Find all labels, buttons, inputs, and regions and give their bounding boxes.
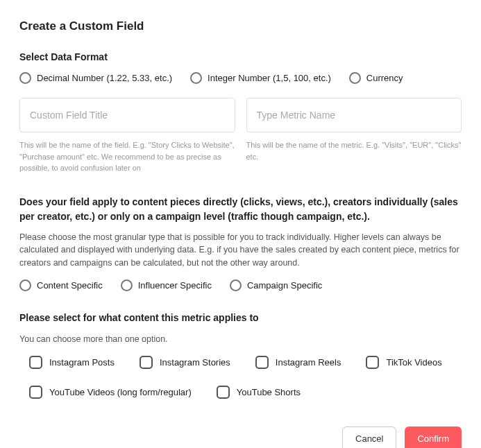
content-applies-grid: Instagram Posts Instagram Stories Instag… (19, 356, 462, 399)
checkbox-icon (217, 386, 230, 399)
field-title-input[interactable] (19, 98, 235, 132)
radio-icon (121, 279, 133, 291)
checkbox-icon (255, 356, 269, 369)
checkbox-instagram-posts[interactable]: Instagram Posts (29, 356, 115, 369)
checkbox-icon (140, 356, 153, 369)
field-title-col: This will be the name of the field. E.g.… (19, 98, 235, 174)
checkbox-instagram-stories[interactable]: Instagram Stories (140, 356, 230, 369)
checkbox-instagram-reels[interactable]: Instagram Reels (255, 356, 341, 369)
radio-icon (19, 72, 31, 84)
granularity-help: Please choose the most granular type tha… (19, 231, 462, 270)
radio-campaign-specific[interactable]: Campaign Specific (230, 279, 322, 291)
data-format-heading: Select Data Format (19, 51, 462, 62)
dialog-footer: Cancel Confirm (19, 427, 462, 449)
inputs-row: This will be the name of the field. E.g.… (19, 98, 462, 174)
metric-name-help: This will be the name of the metric. E.g… (246, 139, 462, 162)
data-format-radio-row: Decimal Number (1.22, 5.33, etc.) Intege… (19, 72, 462, 84)
cancel-button[interactable]: Cancel (342, 427, 396, 449)
page-title: Create a Custom Field (19, 19, 462, 33)
granularity-section: Does your field apply to content pieces … (19, 195, 462, 291)
metric-name-col: This will be the name of the metric. E.g… (246, 98, 462, 174)
radio-label: Integer Number (1,5, 100, etc.) (208, 73, 331, 83)
checkbox-tiktok-videos[interactable]: TikTok Videos (366, 356, 441, 369)
checkbox-label: Instagram Posts (49, 357, 115, 368)
checkbox-youtube-videos[interactable]: YouTube Videos (long form/regular) (29, 386, 192, 399)
radio-influencer-specific[interactable]: Influencer Specific (121, 279, 212, 291)
data-format-section: Select Data Format Decimal Number (1.22,… (19, 51, 462, 84)
radio-icon (230, 279, 242, 291)
content-applies-sub: You can choose more than one option. (19, 333, 462, 346)
granularity-question: Does your field apply to content pieces … (19, 195, 462, 224)
content-applies-section: Please select for what content this metr… (19, 312, 462, 399)
metric-name-input[interactable] (246, 98, 462, 132)
checkbox-icon (29, 356, 42, 369)
radio-label: Campaign Specific (247, 280, 322, 291)
radio-label: Content Specific (37, 280, 103, 291)
checkbox-icon (29, 386, 42, 399)
radio-label: Decimal Number (1.22, 5.33, etc.) (37, 73, 172, 83)
checkbox-label: YouTube Shorts (237, 387, 301, 397)
checkbox-label: Instagram Stories (160, 357, 230, 368)
granularity-radio-row: Content Specific Influencer Specific Cam… (19, 279, 462, 291)
radio-decimal[interactable]: Decimal Number (1.22, 5.33, etc.) (19, 72, 172, 84)
radio-icon (190, 72, 202, 84)
checkbox-youtube-shorts[interactable]: YouTube Shorts (217, 386, 301, 399)
checkbox-label: Instagram Reels (276, 357, 341, 368)
field-title-help: This will be the name of the field. E.g.… (19, 139, 235, 174)
radio-content-specific[interactable]: Content Specific (19, 279, 103, 291)
checkbox-icon (366, 356, 379, 369)
radio-label: Currency (366, 73, 403, 83)
checkbox-label: TikTok Videos (386, 357, 441, 368)
radio-label: Influencer Specific (138, 280, 212, 291)
radio-currency[interactable]: Currency (349, 72, 403, 84)
confirm-button[interactable]: Confirm (405, 427, 462, 449)
content-applies-heading: Please select for what content this metr… (19, 312, 462, 323)
radio-integer[interactable]: Integer Number (1,5, 100, etc.) (190, 72, 331, 84)
checkbox-label: YouTube Videos (long form/regular) (49, 387, 192, 397)
radio-icon (349, 72, 361, 84)
radio-icon (19, 279, 31, 291)
